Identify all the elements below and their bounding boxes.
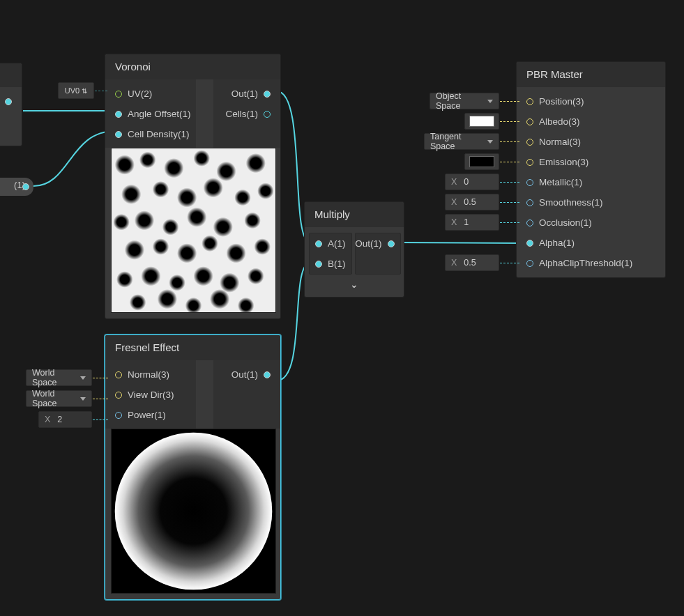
svg-point-5 [216, 162, 236, 181]
svg-point-20 [153, 238, 169, 255]
normal-space-dropdown[interactable]: Tangent Space [424, 133, 499, 150]
port-view-dir[interactable] [115, 392, 122, 399]
svg-point-23 [227, 243, 246, 263]
alphaclip-x-field[interactable]: X0.5 [445, 254, 499, 271]
port-b[interactable] [315, 261, 322, 268]
svg-point-29 [220, 273, 239, 293]
smoothness-x-field[interactable]: X0.5 [445, 194, 499, 210]
svg-point-32 [158, 289, 177, 309]
emission-swatch[interactable] [464, 153, 499, 170]
svg-point-14 [135, 210, 154, 230]
port-occlusion[interactable] [526, 220, 533, 226]
svg-point-4 [194, 150, 211, 167]
normal-space-dropdown[interactable]: World Space [26, 369, 92, 386]
svg-point-36 [115, 433, 273, 590]
svg-point-9 [177, 187, 197, 207]
svg-point-3 [164, 158, 183, 178]
node-title: Voronoi [105, 54, 280, 79]
svg-point-19 [125, 240, 144, 260]
port-emission[interactable] [526, 159, 533, 166]
port-out-label: 1) [0, 96, 5, 107]
svg-point-27 [169, 275, 185, 291]
port-position[interactable] [526, 98, 533, 105]
node-pbr-master[interactable]: PBR Master Position(3) Albedo(3) Normal(… [516, 61, 666, 278]
node-partial-lower[interactable]: (1) [0, 178, 33, 196]
port-normal[interactable] [115, 371, 122, 378]
port-alpha[interactable] [526, 240, 533, 247]
port-albedo[interactable] [526, 118, 533, 125]
svg-point-30 [248, 268, 264, 285]
svg-point-34 [210, 289, 229, 309]
svg-point-28 [194, 266, 213, 286]
uv-default-dropdown[interactable]: UV0 ⇅ [58, 82, 94, 99]
metallic-x-field[interactable]: X0 [445, 174, 499, 190]
svg-point-15 [162, 219, 179, 236]
svg-point-13 [113, 214, 130, 231]
port-out[interactable] [5, 98, 12, 105]
viewdir-space-dropdown[interactable]: World Space [26, 390, 92, 407]
node-voronoi[interactable]: Voronoi UV(2) Angle Offset(1) Cell Densi… [105, 54, 281, 319]
svg-point-25 [116, 271, 133, 288]
node-partial-upper[interactable]: 1) [0, 63, 22, 146]
node-title: PBR Master [517, 62, 665, 87]
port-a[interactable] [315, 240, 322, 247]
port-cells[interactable] [264, 111, 271, 118]
power-x-field[interactable]: X 2 [38, 411, 92, 428]
svg-point-8 [153, 181, 169, 198]
svg-point-1 [115, 155, 135, 174]
node-title: Multiply [305, 202, 404, 227]
port-uv[interactable] [115, 91, 122, 98]
port-out[interactable] [388, 240, 395, 247]
port-metallic[interactable] [526, 179, 533, 186]
voronoi-preview [111, 148, 276, 313]
port-cell-density[interactable] [115, 131, 122, 138]
svg-point-17 [213, 217, 233, 237]
svg-point-22 [202, 236, 218, 252]
albedo-swatch[interactable] [464, 113, 499, 130]
svg-point-10 [204, 178, 223, 197]
svg-point-31 [130, 294, 146, 311]
port-normal[interactable] [526, 139, 533, 146]
node-fresnel-effect[interactable]: Fresnel Effect Normal(3) View Dir(3) Pow… [105, 334, 281, 600]
svg-point-26 [141, 266, 160, 286]
node-multiply[interactable]: Multiply A(1) B(1) Out(1) ⌄ [304, 201, 404, 298]
svg-rect-0 [112, 148, 275, 312]
node-title: Fresnel Effect [105, 335, 280, 360]
port-angle-offset[interactable] [115, 111, 122, 118]
occlusion-x-field[interactable]: X1 [445, 214, 499, 231]
svg-point-24 [254, 238, 271, 255]
port-out[interactable] [22, 183, 29, 190]
svg-point-12 [257, 183, 274, 199]
position-space-dropdown[interactable]: Object Space [430, 93, 499, 109]
port-power[interactable] [115, 412, 122, 419]
svg-point-18 [244, 213, 261, 229]
port-out[interactable] [264, 91, 271, 98]
svg-point-16 [187, 208, 206, 227]
svg-point-6 [246, 153, 266, 173]
expand-chevron-icon[interactable]: ⌄ [305, 275, 404, 297]
port-alpha-clip[interactable] [526, 260, 533, 267]
svg-point-7 [121, 185, 141, 204]
svg-point-2 [139, 152, 156, 169]
port-out[interactable] [264, 371, 271, 378]
svg-point-11 [234, 190, 251, 206]
fresnel-preview [111, 429, 276, 594]
svg-point-21 [177, 243, 197, 263]
port-smoothness[interactable] [526, 199, 533, 206]
